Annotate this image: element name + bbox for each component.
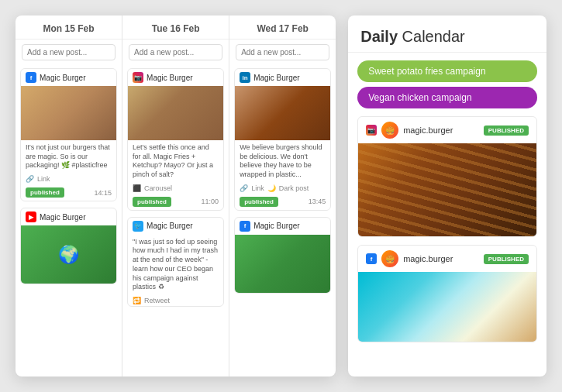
post-header: f Magic Burger bbox=[21, 69, 116, 86]
account-name: Magic Burger bbox=[147, 222, 192, 230]
account-avatar: 🍔 bbox=[381, 250, 398, 267]
col-header-tue: Tue 16 Feb bbox=[122, 15, 229, 40]
time-label: 13:45 bbox=[309, 198, 326, 205]
post-text: We believe burgers should be delicious. … bbox=[235, 140, 330, 183]
campaign-label: Vegan chicken campaign bbox=[368, 92, 471, 103]
fries-image bbox=[358, 143, 536, 236]
time-label: 14:15 bbox=[95, 189, 112, 197]
post-header: 📷 Magic Burger bbox=[128, 69, 223, 86]
campaign-label: Sweet potato fries campaign bbox=[368, 66, 485, 77]
detail-scroll[interactable]: Sweet potato fries campaign Vegan chicke… bbox=[348, 53, 546, 377]
instagram-icon: 📷 bbox=[366, 125, 377, 136]
meta-text: Carousel bbox=[144, 184, 172, 192]
account-avatar: 🍔 bbox=[381, 122, 398, 139]
add-post-input-wed[interactable] bbox=[236, 44, 329, 60]
post-meta: 🔁 Retweet bbox=[128, 295, 223, 306]
post-image-earth: 🌍 bbox=[21, 225, 116, 284]
campaign-item-sweet-potato[interactable]: Sweet potato fries campaign bbox=[357, 60, 537, 82]
post-image bbox=[21, 86, 116, 140]
post-header: f Magic Burger bbox=[235, 218, 330, 235]
account-name: Magic Burger bbox=[253, 222, 299, 230]
detail-panel: Daily Calendar Sweet potato fries campai… bbox=[348, 15, 546, 377]
post-image bbox=[235, 235, 330, 293]
facebook-icon: f bbox=[366, 253, 377, 264]
meta-text2: Dark post bbox=[279, 184, 309, 192]
facebook-icon: f bbox=[26, 72, 36, 83]
post-image bbox=[235, 86, 330, 140]
link-icon: 🔗 bbox=[240, 184, 248, 192]
add-post-input-tue[interactable] bbox=[129, 44, 222, 60]
sandwich-image bbox=[358, 272, 536, 342]
detail-post-header: 📷 🍔 magic.burger PUBLISHED bbox=[358, 117, 536, 143]
retweet-icon: 🔁 bbox=[133, 297, 141, 304]
post-footer: published 11:00 bbox=[128, 194, 223, 210]
post-text: Let's settle this once and for all. Magi… bbox=[128, 140, 223, 183]
detail-post-sandwich: f 🍔 magic.burger PUBLISHED bbox=[357, 245, 537, 342]
youtube-icon: ▶ bbox=[26, 211, 36, 222]
meta-text: Retweet bbox=[144, 297, 170, 304]
calendar-column-mon: Mon 15 Feb f Magic Burger It's not just … bbox=[16, 15, 122, 377]
post-text: It's not just our burgers that are magic… bbox=[21, 140, 116, 174]
twitter-icon: 🐦 bbox=[133, 221, 143, 232]
title-normal: Calendar bbox=[398, 28, 465, 45]
account-name: magic.burger bbox=[403, 254, 453, 263]
moon-icon: 🌙 bbox=[267, 184, 276, 192]
detail-header: Daily Calendar bbox=[348, 15, 546, 53]
published-badge: PUBLISHED bbox=[484, 254, 529, 264]
facebook-icon: f bbox=[240, 221, 250, 232]
instagram-icon: 📷 bbox=[133, 72, 143, 83]
detail-title: Daily Calendar bbox=[360, 28, 534, 46]
account-name: Magic Burger bbox=[40, 74, 85, 82]
post-card: in Magic Burger We believe burgers shoul… bbox=[234, 68, 331, 211]
campaign-list: Sweet potato fries campaign Vegan chicke… bbox=[348, 53, 546, 108]
post-meta: ⬛ Carousel bbox=[128, 183, 223, 194]
carousel-icon: ⬛ bbox=[133, 184, 141, 192]
link-icon: 🔗 bbox=[26, 175, 34, 183]
post-header: ▶ Magic Burger bbox=[21, 208, 116, 225]
detail-post-left: 📷 🍔 magic.burger bbox=[366, 122, 453, 139]
calendar-column-wed: Wed 17 Feb in Magic Burger We believe bu… bbox=[229, 15, 336, 377]
post-card: f Magic Burger It's not just our burgers… bbox=[20, 68, 117, 201]
time-label: 11:00 bbox=[202, 198, 219, 205]
post-card: f Magic Burger bbox=[234, 217, 331, 294]
calendar-column-tue: Tue 16 Feb 📷 Magic Burger Let's settle t… bbox=[122, 15, 229, 377]
post-meta: 🔗 Link bbox=[21, 174, 116, 184]
status-badge: published bbox=[26, 187, 64, 198]
title-bold: Daily bbox=[360, 28, 398, 45]
meta-text: Link bbox=[251, 184, 264, 192]
account-name: Magic Burger bbox=[253, 74, 299, 82]
col-header-wed: Wed 17 Feb bbox=[229, 15, 336, 40]
account-name: Magic Burger bbox=[147, 74, 192, 82]
post-text: "I was just so fed up seeing how much I … bbox=[128, 235, 223, 295]
post-footer: published 14:15 bbox=[21, 184, 116, 201]
campaign-item-vegan-chicken[interactable]: Vegan chicken campaign bbox=[357, 87, 537, 108]
calendar-panel: Mon 15 Feb f Magic Burger It's not just … bbox=[16, 15, 336, 377]
published-badge: PUBLISHED bbox=[484, 126, 529, 136]
post-image bbox=[128, 86, 223, 140]
post-card: 📷 Magic Burger Let's settle this once an… bbox=[127, 68, 224, 211]
post-card: 🐦 Magic Burger "I was just so fed up see… bbox=[127, 217, 224, 307]
status-badge: published bbox=[240, 197, 278, 207]
post-footer: published 13:45 bbox=[235, 194, 330, 210]
add-post-input-mon[interactable] bbox=[22, 44, 116, 60]
detail-post-header: f 🍔 magic.burger PUBLISHED bbox=[358, 246, 536, 272]
linkedin-icon: in bbox=[240, 72, 250, 83]
post-card: ▶ Magic Burger 🌍 bbox=[20, 208, 117, 284]
post-header: 🐦 Magic Burger bbox=[128, 218, 223, 235]
account-name: Magic Burger bbox=[40, 213, 85, 222]
status-badge: published bbox=[133, 197, 171, 207]
detail-post-left: f 🍔 magic.burger bbox=[366, 250, 453, 267]
account-name: magic.burger bbox=[403, 126, 453, 135]
post-meta: 🔗 Link 🌙 Dark post bbox=[235, 183, 330, 194]
meta-text: Link bbox=[37, 175, 50, 183]
post-header: in Magic Burger bbox=[235, 69, 330, 86]
col-header-mon: Mon 15 Feb bbox=[16, 15, 122, 40]
detail-post-fries: 📷 🍔 magic.burger PUBLISHED bbox=[357, 116, 537, 237]
